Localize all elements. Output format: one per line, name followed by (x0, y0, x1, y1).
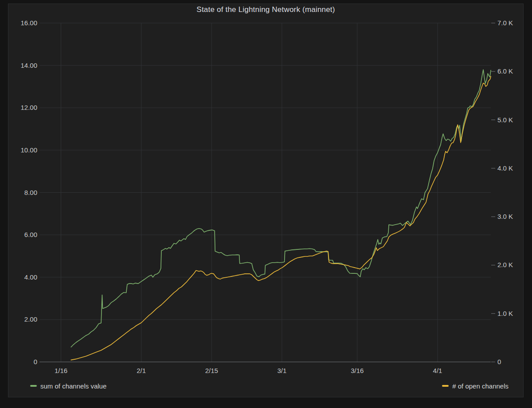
x-axis-tick: 4/1 (420, 366, 455, 375)
x-axis-tick: 2/1 (124, 366, 159, 375)
left-axis-tick: 10.00 (0, 146, 37, 155)
left-axis-tick: 0 (0, 357, 37, 366)
right-axis-tick: 1.0 K (497, 309, 513, 318)
right-axis-tick: 3.0 K (497, 212, 513, 221)
left-axis-tick: 6.00 (0, 230, 37, 239)
x-axis-tick: 3/1 (264, 366, 300, 375)
dashboard-page: State of the Lightning Network (mainnet)… (0, 0, 532, 408)
series-line-channels-value[interactable] (71, 70, 491, 347)
right-axis-tick: 4.0 K (497, 164, 513, 173)
legend-swatch-green-icon (30, 385, 37, 387)
right-axis-tick: 6.0 K (497, 67, 513, 76)
legend-label: sum of channels value (40, 382, 106, 390)
left-axis-tick: 12.00 (0, 103, 37, 112)
legend-item-num-open-channels[interactable]: # of open channels (442, 381, 509, 391)
x-axis-tick: 2/15 (194, 366, 229, 375)
left-axis-tick: 2.00 (0, 315, 37, 324)
chart-plot-area[interactable] (0, 0, 532, 408)
legend-swatch-yellow-icon (442, 385, 449, 387)
right-axis-tick: 0 (497, 357, 501, 366)
left-axis-tick: 14.00 (0, 61, 37, 70)
left-axis-tick: 8.00 (0, 188, 37, 197)
right-axis-tick: 7.0 K (497, 19, 513, 27)
legend-item-sum-of-channels-value[interactable]: sum of channels value (30, 381, 106, 391)
left-axis-tick: 16.00 (0, 19, 37, 27)
right-axis-tick: 2.0 K (497, 260, 513, 269)
series-line-open-channels[interactable] (71, 76, 491, 360)
x-axis-tick: 3/16 (340, 366, 375, 375)
left-axis-tick: 4.00 (0, 273, 37, 282)
legend-label: # of open channels (452, 382, 509, 390)
right-axis-tick: 5.0 K (497, 116, 513, 124)
x-axis-tick: 1/16 (43, 366, 79, 375)
